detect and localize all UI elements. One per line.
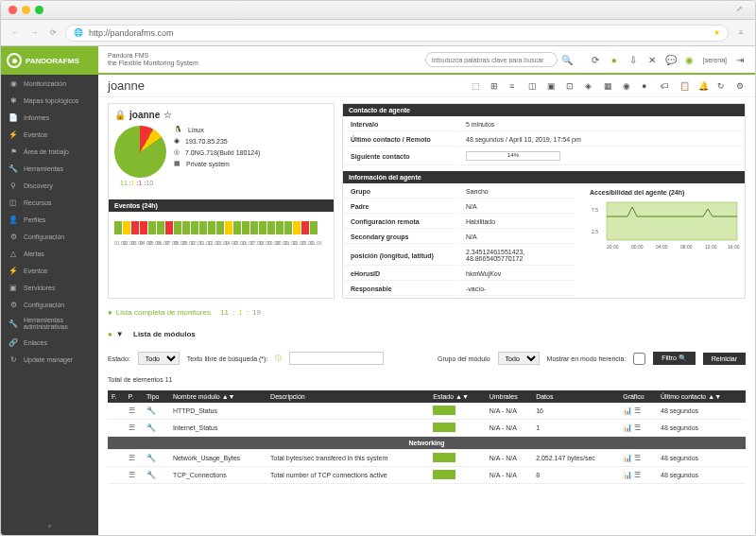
sidebar-item-0[interactable]: ◉Monitorización	[1, 75, 98, 92]
logo-text: PANDORAFMS	[26, 57, 79, 65]
list-icon[interactable]: ☰	[634, 471, 641, 479]
db-icon: ☰	[129, 471, 135, 479]
sidebar-item-1[interactable]: ✱Mapas topológicos	[1, 92, 98, 109]
table-row[interactable]: ☰🔧Network_Usage_BytesTotal bytes/sec tra…	[108, 450, 746, 467]
sidebar-item-6[interactable]: ⚲Discovery	[1, 177, 98, 194]
sidebar-item-14[interactable]: 🔧Herramientas administrativas	[1, 313, 98, 334]
toolbar-icon-8[interactable]: ▦	[604, 81, 613, 91]
refresh-icon[interactable]: ⟳	[590, 54, 601, 65]
toolbar-icon-5[interactable]: ▣	[547, 81, 557, 91]
page-title: joanne	[108, 78, 145, 93]
sidebar-item-2[interactable]: 📄Informes	[1, 109, 98, 126]
search-icon[interactable]: 🔍	[561, 54, 573, 65]
herencia-label: Mostrar en modo herencia:	[547, 355, 627, 362]
user-avatar-icon[interactable]: ◉	[684, 54, 696, 65]
toolbar-icon-13[interactable]: 🔔	[698, 81, 708, 91]
table-row[interactable]: ☰🔧TCP_ConnectionsTotal number of TCP con…	[108, 467, 746, 484]
sidebar-item-5[interactable]: 🔧Herramientas	[1, 160, 98, 177]
sidebar-item-label: Perfiles	[24, 216, 45, 223]
toolbar-icon-9[interactable]: ◉	[623, 81, 632, 91]
wrench-icon: 🔧	[146, 424, 156, 432]
db-icon: ☰	[129, 454, 135, 462]
total-elements-label: Total de elementos 11	[108, 374, 746, 385]
sidebar-item-8[interactable]: 👤Perfiles	[1, 211, 98, 228]
status-indicator	[433, 470, 455, 479]
sidebar-item-7[interactable]: ◫Recursos	[1, 194, 98, 211]
tools-icon[interactable]: ✕	[646, 54, 658, 65]
chat-icon[interactable]: 💬	[665, 54, 677, 65]
toolbar-icon-14[interactable]: ↻	[717, 81, 727, 91]
sidebar-item-icon: ⚑	[9, 147, 18, 156]
reload-button[interactable]: ⟳	[46, 26, 60, 40]
sidebar-item-15[interactable]: 🔗Enlaces	[1, 334, 98, 351]
list-icon[interactable]: ☰	[634, 406, 641, 415]
reset-button[interactable]: Reiniciar	[703, 353, 746, 365]
url-bar[interactable]: 🌐 ★	[65, 25, 729, 42]
sidebar-item-12[interactable]: ▣Servidores	[1, 279, 98, 296]
download-icon[interactable]: ⇩	[627, 54, 639, 65]
sidebar-item-9[interactable]: ⚙Configuración	[1, 228, 98, 245]
toolbar-icon-6[interactable]: ⊡	[566, 81, 576, 91]
sidebar-item-4[interactable]: ⚑Área de trabajo	[1, 143, 98, 160]
sidebar-item-label: Herramientas administrativas	[24, 317, 91, 330]
minimize-window-button[interactable]	[22, 6, 30, 14]
gear-icon[interactable]: ⚙	[736, 81, 746, 91]
sidebar-item-10[interactable]: △Alertas	[1, 245, 98, 262]
modules-list-header[interactable]: ▼ Lista de módulos	[108, 326, 746, 342]
sidebar-item-11[interactable]: ⚡Eventos	[1, 262, 98, 279]
wrench-icon: 🔧	[146, 471, 156, 479]
toolbar-icon-4[interactable]: ◫	[528, 81, 538, 91]
browser-toolbar: ← → ⟳ 🌐 ★ ≡	[1, 20, 755, 46]
sidebar-item-icon: ✱	[9, 95, 18, 105]
help-icon[interactable]: ⓘ	[275, 354, 282, 363]
toolbar-icon-12[interactable]: 📋	[679, 81, 689, 91]
sidebar-item-label: Eventos	[24, 131, 47, 138]
back-button[interactable]: ←	[9, 26, 22, 40]
toolbar-icon-10[interactable]: ●	[642, 81, 651, 91]
sidebar-item-label: Discovery	[24, 182, 53, 189]
chart-icon[interactable]: 📊	[623, 424, 632, 432]
table-row[interactable]: ☰🔧HTTPD_StatusN/A - N/A16📊 ☰48 segundos	[108, 403, 746, 420]
sidebar-item-label: Configuración	[24, 302, 64, 308]
maximize-window-button[interactable]	[35, 6, 43, 14]
toolbar-icon-1[interactable]: ⬚	[472, 81, 481, 91]
chart-icon[interactable]: 📊	[623, 471, 632, 479]
search-text-input[interactable]	[289, 352, 384, 365]
browser-menu-button[interactable]: ≡	[734, 26, 747, 40]
toolbar-icon-11[interactable]: 🏷	[661, 81, 670, 91]
events-24h-axis: 01.0002.0003.0004.0005.0006.0007.0008.00…	[109, 240, 334, 246]
star-icon[interactable]: ☆	[163, 110, 172, 120]
toolbar-icon-2[interactable]: ⊞	[490, 81, 500, 91]
fullscreen-icon[interactable]	[736, 5, 747, 16]
wrench-icon: 🔧	[146, 406, 156, 415]
toolbar-icon-7[interactable]: ◈	[585, 81, 594, 91]
toolbar-icon-3[interactable]: ≡	[509, 81, 519, 91]
url-input[interactable]	[89, 28, 708, 38]
sidebar-item-3[interactable]: ⚡Eventos	[1, 126, 98, 143]
sidebar-item-icon: △	[9, 249, 18, 258]
sidebar-item-label: Alertas	[24, 251, 44, 257]
breadcrumb: joanne ⬚ ⊞ ≡ ◫ ▣ ⊡ ◈ ▦ ◉ ● 🏷 📋 🔔 ↻ ⚙	[98, 75, 755, 97]
list-icon[interactable]: ☰	[634, 424, 641, 432]
forward-button[interactable]: →	[27, 26, 41, 40]
sidebar-item-16[interactable]: ↻Update manager	[1, 351, 98, 368]
modules-table: F. P. Tipo Nombre módulo ▲▼ Descripción …	[108, 390, 746, 484]
bookmark-star-icon[interactable]: ★	[713, 28, 720, 37]
sidebar-expand-button[interactable]: »	[1, 517, 98, 535]
list-icon[interactable]: ☰	[634, 454, 641, 462]
events-24h-header: Eventos (24h)	[109, 199, 334, 212]
logout-icon[interactable]: ⇥	[734, 54, 746, 65]
sidebar-item-13[interactable]: ⚙Configuración	[1, 296, 98, 313]
search-label: Texto libre de búsqueda (*):	[187, 355, 268, 362]
chart-icon[interactable]: 📊	[623, 406, 632, 415]
estado-select[interactable]: Todo	[138, 352, 180, 365]
filter-button[interactable]: Filtro 🔍	[653, 352, 696, 365]
status-ok-icon[interactable]: ●	[609, 54, 620, 65]
grupo-select[interactable]: Todo	[498, 352, 540, 365]
chart-icon[interactable]: 📊	[623, 454, 632, 462]
table-row[interactable]: ☰🔧Internet_StatusN/A - N/A1📊 ☰48 segundo…	[108, 420, 746, 437]
logo: PANDORAFMS	[1, 46, 98, 75]
close-window-button[interactable]	[9, 6, 17, 14]
herencia-checkbox[interactable]	[633, 353, 645, 365]
search-input[interactable]	[425, 52, 558, 67]
